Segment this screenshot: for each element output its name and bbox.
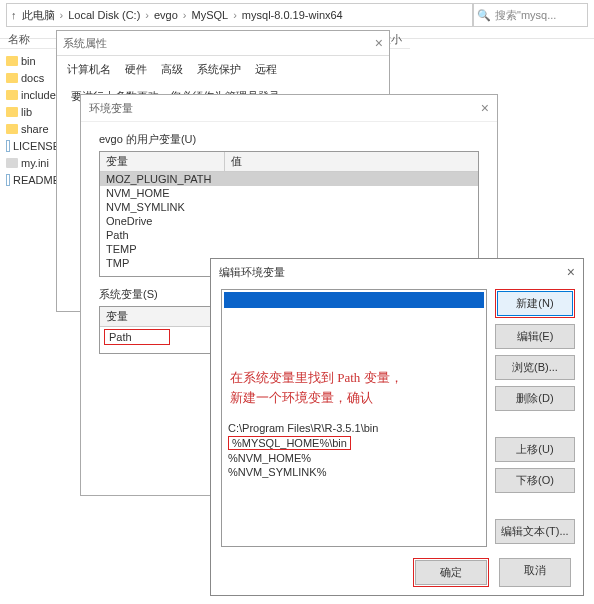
folder-icon: [6, 56, 18, 66]
address-bar[interactable]: ↑ 此电脑› Local Disk (C:)› evgo› MySQL› mys…: [6, 3, 474, 27]
var-row[interactable]: NVM_SYMLINK: [100, 200, 478, 214]
dialog-footer: 确定 取消: [211, 558, 583, 587]
move-up-button[interactable]: 上移(U): [495, 437, 575, 462]
selected-entry[interactable]: [224, 292, 484, 308]
cancel-button[interactable]: 取消: [499, 558, 571, 587]
mysql-path-highlight: %MYSQL_HOME%\bin: [228, 436, 351, 450]
ok-button-highlight: 确定: [413, 558, 489, 587]
var-row[interactable]: NVM_HOME: [100, 186, 478, 200]
titlebar[interactable]: 编辑环境变量 ×: [211, 259, 583, 285]
file-item[interactable]: docs: [6, 69, 60, 86]
tab-strip: 计算机名 硬件 高级 系统保护 远程: [57, 56, 389, 83]
tab[interactable]: 硬件: [125, 62, 147, 77]
path-row[interactable]: %NVM_SYMLINK%: [228, 465, 480, 479]
user-vars-label: evgo 的用户变量(U): [99, 132, 497, 147]
folder-icon: [6, 124, 18, 134]
file-item[interactable]: bin: [6, 52, 60, 69]
search-placeholder: 搜索"mysq...: [495, 8, 556, 23]
close-icon[interactable]: ×: [375, 35, 383, 51]
var-row[interactable]: MOZ_PLUGIN_PATH: [100, 172, 478, 186]
path-row[interactable]: %NVM_HOME%: [228, 451, 480, 465]
side-buttons: 新建(N) 编辑(E) 浏览(B)... 删除(D) 上移(U) 下移(O) 编…: [495, 289, 575, 544]
file-icon: [6, 174, 10, 186]
ok-button[interactable]: 确定: [415, 560, 487, 585]
titlebar[interactable]: 环境变量 ×: [81, 95, 497, 122]
path-row[interactable]: C:\Program Files\R\R-3.5.1\bin: [228, 421, 480, 435]
crumb[interactable]: 此电脑: [19, 8, 58, 23]
file-icon: [6, 140, 10, 152]
crumb[interactable]: mysql-8.0.19-winx64: [239, 9, 346, 21]
var-row[interactable]: Path: [100, 228, 478, 242]
close-icon[interactable]: ×: [567, 264, 575, 280]
tab[interactable]: 系统保护: [197, 62, 241, 77]
tab-advanced[interactable]: 高级: [161, 62, 183, 77]
file-item[interactable]: include: [6, 86, 60, 103]
file-item[interactable]: LICENSE: [6, 137, 60, 154]
file-item[interactable]: my.ini: [6, 154, 60, 171]
dialog-title: 环境变量: [89, 101, 133, 116]
delete-button[interactable]: 删除(D): [495, 386, 575, 411]
file-item[interactable]: README: [6, 171, 60, 188]
dialog-title: 编辑环境变量: [219, 265, 285, 280]
path-entries: C:\Program Files\R\R-3.5.1\bin %MYSQL_HO…: [222, 421, 486, 479]
list-header: 变量值: [100, 152, 478, 172]
titlebar[interactable]: 系统属性 ×: [57, 31, 389, 56]
search-box[interactable]: 🔍 搜索"mysq...: [472, 3, 588, 27]
new-button[interactable]: 新建(N): [497, 291, 573, 316]
path-row[interactable]: %MYSQL_HOME%\bin: [228, 435, 480, 451]
crumb[interactable]: MySQL: [189, 9, 232, 21]
close-icon[interactable]: ×: [481, 100, 489, 116]
edit-button[interactable]: 编辑(E): [495, 324, 575, 349]
folder-icon: [6, 107, 18, 117]
annotation-text: 在系统变量里找到 Path 变量， 新建一个环境变量，确认: [222, 310, 486, 421]
folder-icon: [6, 73, 18, 83]
file-icon: [6, 158, 18, 168]
tab[interactable]: 计算机名: [67, 62, 111, 77]
var-row[interactable]: OneDrive: [100, 214, 478, 228]
file-item[interactable]: share: [6, 120, 60, 137]
edit-text-button[interactable]: 编辑文本(T)...: [495, 519, 575, 544]
var-row[interactable]: TEMP: [100, 242, 478, 256]
move-down-button[interactable]: 下移(O): [495, 468, 575, 493]
browse-button[interactable]: 浏览(B)...: [495, 355, 575, 380]
path-var-highlight[interactable]: Path: [104, 329, 170, 345]
search-icon: 🔍: [477, 9, 491, 22]
crumb[interactable]: Local Disk (C:): [65, 9, 143, 21]
file-list: bin docs include lib share LICENSE my.in…: [6, 52, 60, 188]
edit-env-var-dialog: 编辑环境变量 × 在系统变量里找到 Path 变量， 新建一个环境变量，确认 C…: [210, 258, 584, 596]
up-icon[interactable]: ↑: [11, 9, 17, 21]
file-item[interactable]: lib: [6, 103, 60, 120]
dialog-title: 系统属性: [63, 36, 107, 51]
new-button-highlight: 新建(N): [495, 289, 575, 318]
folder-icon: [6, 90, 18, 100]
tab[interactable]: 远程: [255, 62, 277, 77]
path-entries-list[interactable]: 在系统变量里找到 Path 变量， 新建一个环境变量，确认 C:\Program…: [221, 289, 487, 547]
crumb[interactable]: evgo: [151, 9, 181, 21]
